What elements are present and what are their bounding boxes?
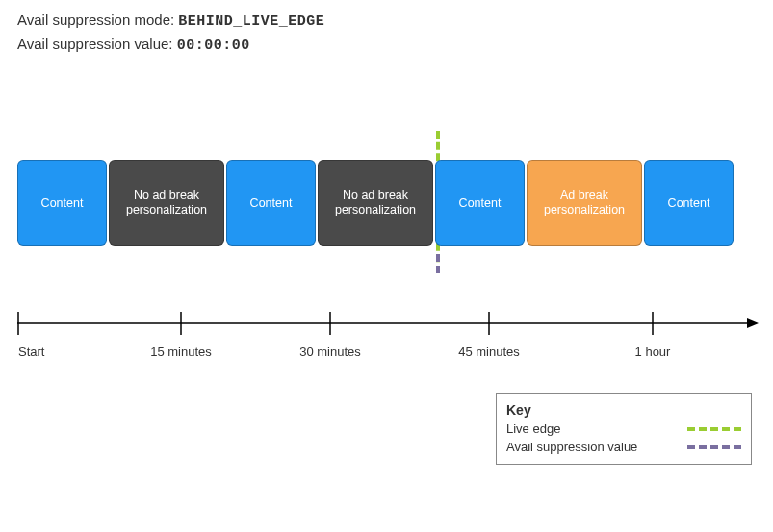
block-ad-break: Ad break personalization xyxy=(527,160,642,246)
legend-row-live: Live edge xyxy=(506,421,741,436)
block-no-ad: No ad break personalization xyxy=(109,160,224,246)
mode-line: Avail suppression mode: BEHIND_LIVE_EDGE xyxy=(17,12,756,30)
legend-swatch-live xyxy=(687,427,741,431)
legend: Key Live edge Avail suppression value xyxy=(496,393,752,465)
mode-label: Avail suppression mode: xyxy=(17,12,178,28)
block-content: Content xyxy=(17,160,107,246)
block-no-ad: No ad break personalization xyxy=(318,160,433,246)
axis-tick-label: 15 minutes xyxy=(150,344,212,359)
timeline: Content No ad break personalization Cont… xyxy=(17,160,756,246)
avail-suppression-marker xyxy=(436,254,440,273)
legend-title: Key xyxy=(506,402,741,418)
axis-tick-label: 45 minutes xyxy=(458,344,520,359)
mode-value: BEHIND_LIVE_EDGE xyxy=(178,13,324,30)
blocks-row: Content No ad break personalization Cont… xyxy=(17,160,756,246)
legend-swatch-avail xyxy=(687,445,741,449)
axis: Start 15 minutes 30 minutes 45 minutes 1… xyxy=(17,309,756,376)
block-content: Content xyxy=(226,160,316,246)
axis-tick-label: 30 minutes xyxy=(299,344,361,359)
block-content: Content xyxy=(644,160,734,246)
block-content: Content xyxy=(435,160,525,246)
axis-tick-label: Start xyxy=(18,344,44,359)
svg-marker-1 xyxy=(747,318,759,328)
value-value: 00:00:00 xyxy=(177,38,250,54)
axis-line xyxy=(17,309,759,338)
value-line: Avail suppression value: 00:00:00 xyxy=(17,36,756,54)
legend-label: Avail suppression value xyxy=(506,440,637,454)
value-label: Avail suppression value: xyxy=(17,36,177,52)
legend-row-avail: Avail suppression value xyxy=(506,440,741,454)
axis-tick-label: 1 hour xyxy=(635,344,671,359)
legend-label: Live edge xyxy=(506,421,560,436)
